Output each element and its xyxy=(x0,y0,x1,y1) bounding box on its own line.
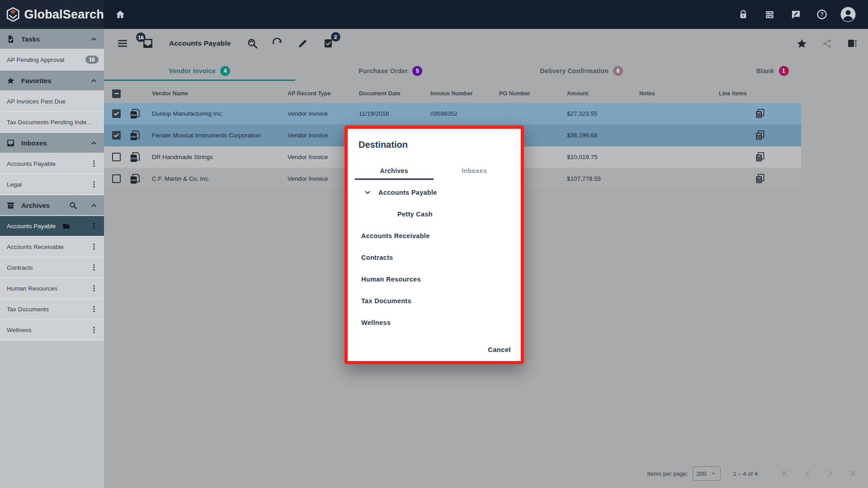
share-icon[interactable] xyxy=(820,37,834,50)
record-type-tabs: Vendor Invoice 4 Purchase Order 5 Delive… xyxy=(104,58,868,84)
tree-item-accounts-payable[interactable]: Accounts Payable xyxy=(348,182,521,203)
tab-blank[interactable]: Blank 1 xyxy=(677,58,868,84)
selected-tasks-icon[interactable]: 2 xyxy=(321,37,335,50)
row-checkbox[interactable] xyxy=(112,174,121,183)
row-checkbox[interactable] xyxy=(112,153,121,161)
col-notes[interactable]: Notes xyxy=(639,90,719,97)
col-po-number[interactable]: PO Number xyxy=(499,90,567,97)
items-per-page-label: Items per page: xyxy=(647,470,688,477)
dialog-tab-inboxes[interactable]: Inboxes xyxy=(434,162,515,180)
sidebar-item-archive-wellness[interactable]: Wellness xyxy=(0,320,104,341)
kebab-menu-icon[interactable] xyxy=(90,263,99,272)
items-per-page-select[interactable]: 200 xyxy=(693,466,721,481)
search-icon[interactable] xyxy=(69,201,77,210)
section-label: Inboxes xyxy=(21,139,47,147)
tree-item-tax-documents[interactable]: Tax Documents xyxy=(348,290,521,312)
archive-inbox-icon[interactable]: 16 xyxy=(141,37,155,50)
section-label: Favorites xyxy=(21,77,52,84)
sidebar-item-archive-accounts-receivable[interactable]: Accounts Receivable xyxy=(0,237,104,258)
sidebar-item-inbox-accounts-payable[interactable]: Accounts Payable xyxy=(0,154,104,174)
sidebar-section-archives[interactable]: Archives xyxy=(0,195,104,216)
sidebar: Tasks AP Pending Approval 16 Favorites A… xyxy=(0,29,104,488)
apps-list-icon[interactable] xyxy=(760,5,779,24)
kebab-menu-icon[interactable] xyxy=(90,159,99,169)
tab-purchase-order[interactable]: Purchase Order 5 xyxy=(295,58,486,84)
help-icon[interactable] xyxy=(812,5,832,24)
sidebar-item-archive-human-resources[interactable]: Human Resources xyxy=(0,278,104,299)
tab-vendor-invoice[interactable]: Vendor Invoice 4 xyxy=(104,58,295,84)
chevron-up-icon[interactable] xyxy=(90,202,98,209)
refresh-icon[interactable] xyxy=(271,37,284,50)
tree-item-petty-cash[interactable]: Petty Cash xyxy=(348,203,521,225)
row-checkbox[interactable] xyxy=(112,109,121,118)
row-checkbox[interactable] xyxy=(112,131,121,140)
pdf-icon[interactable] xyxy=(127,108,152,119)
chevron-up-icon[interactable] xyxy=(90,35,98,43)
sidebar-section-inboxes[interactable]: Inboxes xyxy=(0,133,104,154)
col-line-items[interactable]: Line Items xyxy=(719,90,801,97)
tab-delivery-confirmation[interactable]: Delivery Confirmation 6 xyxy=(486,58,677,84)
favorite-star-icon[interactable] xyxy=(795,37,808,50)
lock-icon[interactable] xyxy=(733,5,753,24)
chevron-up-icon[interactable] xyxy=(90,77,98,84)
line-items-icon[interactable] xyxy=(719,108,801,119)
count-badge: 16 xyxy=(85,56,99,64)
edit-pencil-icon[interactable] xyxy=(296,37,310,50)
first-page-icon[interactable] xyxy=(776,465,794,483)
cancel-button[interactable]: Cancel xyxy=(488,346,511,353)
select-all-checkbox[interactable] xyxy=(112,89,121,98)
col-vendor-name[interactable]: Vendor Name xyxy=(152,90,288,97)
tree-item-human-resources[interactable]: Human Resources xyxy=(348,268,521,290)
section-label: Archives xyxy=(21,202,50,209)
sidebar-section-tasks[interactable]: Tasks xyxy=(0,29,104,50)
tree-item-wellness[interactable]: Wellness xyxy=(348,312,521,333)
top-nav: GlobalSearch xyxy=(0,0,868,29)
kebab-menu-icon[interactable] xyxy=(90,304,99,314)
section-label: Tasks xyxy=(21,35,40,43)
nav-right-icons xyxy=(733,5,868,24)
sidebar-item-archive-tax-documents[interactable]: Tax Documents xyxy=(0,299,104,320)
kebab-menu-icon[interactable] xyxy=(90,325,99,335)
archive-title: Accounts Payable xyxy=(169,39,231,47)
feedback-icon[interactable] xyxy=(786,5,806,24)
sidebar-item-ap-invoices-past-due[interactable]: AP Invoices Past Due xyxy=(0,91,104,112)
col-document-date[interactable]: Document Date xyxy=(359,90,430,97)
home-icon[interactable] xyxy=(110,5,130,24)
tree-item-accounts-receivable[interactable]: Accounts Receivable xyxy=(348,225,521,247)
line-items-icon[interactable] xyxy=(719,130,801,141)
chevron-up-icon[interactable] xyxy=(90,139,98,147)
pdf-icon[interactable] xyxy=(127,152,152,163)
tab-count-badge: 5 xyxy=(412,66,422,76)
kebab-menu-icon[interactable] xyxy=(90,283,99,293)
table-row[interactable]: Dunlop Manufacturing Inc. Vendor Invoice… xyxy=(104,103,801,125)
modify-search-icon[interactable] xyxy=(245,37,259,50)
line-items-icon[interactable] xyxy=(719,152,801,162)
dialog-tab-archives[interactable]: Archives xyxy=(354,162,434,180)
chevron-down-icon[interactable] xyxy=(363,188,372,197)
last-page-icon[interactable] xyxy=(844,465,862,483)
menu-icon[interactable] xyxy=(116,37,129,50)
account-avatar[interactable] xyxy=(838,5,858,24)
kebab-menu-icon[interactable] xyxy=(90,221,99,231)
next-page-icon[interactable] xyxy=(821,465,839,483)
line-items-icon[interactable] xyxy=(719,174,801,184)
col-amount[interactable]: Amount xyxy=(567,90,639,97)
col-invoice-number[interactable]: Invoice Number xyxy=(430,90,499,97)
pdf-icon[interactable] xyxy=(127,130,152,141)
sidebar-item-archive-contracts[interactable]: Contracts xyxy=(0,258,104,278)
tree-item-contracts[interactable]: Contracts xyxy=(348,247,521,268)
folder-icon xyxy=(62,222,71,230)
kebab-menu-icon[interactable] xyxy=(90,242,99,252)
sidebar-item-inbox-legal[interactable]: Legal xyxy=(0,174,104,195)
pdf-icon[interactable] xyxy=(127,174,152,184)
inbox-count-badge: 16 xyxy=(136,33,146,42)
sidebar-section-favorites[interactable]: Favorites xyxy=(0,70,104,91)
kebab-menu-icon[interactable] xyxy=(90,179,99,189)
panel-view-icon[interactable] xyxy=(845,37,859,50)
tab-count-badge: 6 xyxy=(613,66,623,76)
sidebar-item-archive-accounts-payable[interactable]: Accounts Payable xyxy=(0,216,104,237)
sidebar-item-ap-pending-approval[interactable]: AP Pending Approval 16 xyxy=(0,50,104,70)
previous-page-icon[interactable] xyxy=(798,465,816,483)
col-ap-record-type[interactable]: AP Record Type xyxy=(288,90,359,97)
sidebar-item-tax-documents-pending[interactable]: Tax Documents Pending Inde... xyxy=(0,112,104,133)
